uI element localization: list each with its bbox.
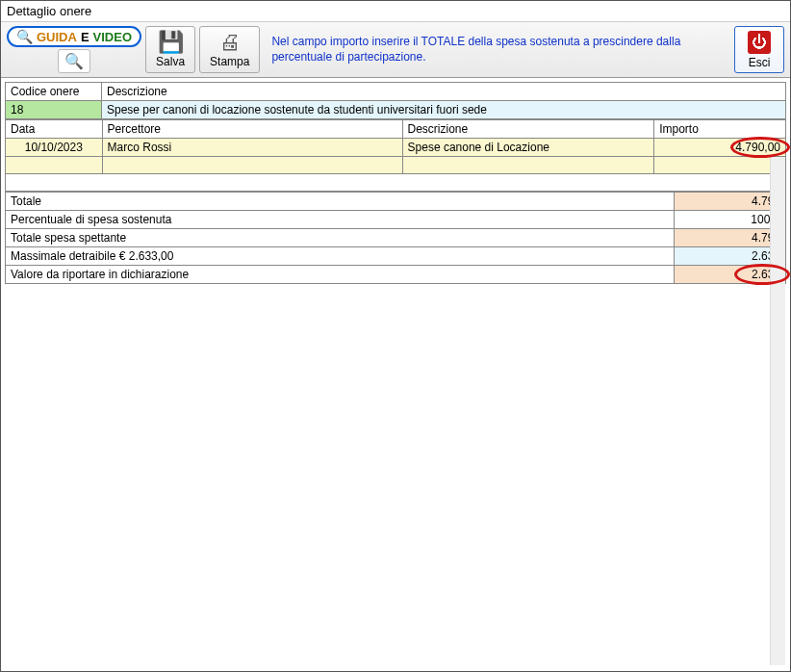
massimale-label: Massimale detraibile € 2.633,00 <box>6 247 675 266</box>
cell-data[interactable]: 10/10/2023 <box>6 139 103 157</box>
cell-percettore[interactable]: Marco Rossi <box>102 139 402 157</box>
video-word: VIDEO <box>93 30 132 44</box>
descrizione-value: Spese per canoni di locazione sostenute … <box>102 101 786 119</box>
zoom-button[interactable]: 🔍 <box>58 49 90 73</box>
col-descrizione2: Descrizione <box>402 120 654 139</box>
codice-onere-value: 18 <box>6 101 102 119</box>
window-title: Dettaglio onere <box>1 1 790 22</box>
vertical-scrollbar[interactable] <box>770 157 785 665</box>
print-icon: 🖨 <box>219 32 241 53</box>
percentuale-label: Percentuale di spesa sostenuta <box>6 211 675 229</box>
onere-detail-table: Data Percettore Descrizione Importo 10/1… <box>5 119 786 192</box>
esci-label: Esci <box>749 56 771 69</box>
col-importo: Importo <box>654 120 786 139</box>
totale-spettante-label: Totale spesa spettante <box>6 229 675 247</box>
guida-word: GUIDA <box>37 30 77 44</box>
summary-table: Totale 4.790 Percentuale di spesa sosten… <box>5 192 786 284</box>
stampa-label: Stampa <box>210 55 249 68</box>
col-percettore: Percettore <box>102 120 402 139</box>
table-row-empty[interactable] <box>6 157 786 174</box>
cell-descrizione[interactable]: Spese canone di Locazione <box>402 139 654 157</box>
totale-label: Totale <box>6 193 675 211</box>
dettaglio-onere-window: Dettaglio onere 🔍 GUIDA E VIDEO 🔍 💾 Salv… <box>0 0 791 672</box>
power-icon: ⏻ <box>748 31 771 54</box>
col-data: Data <box>6 120 103 139</box>
search-icon: 🔍 <box>16 29 33 44</box>
save-icon: 💾 <box>158 32 184 53</box>
riportare-label: Valore da riportare in dichiarazione <box>6 266 675 284</box>
esci-button[interactable]: ⏻ Esci <box>734 26 784 73</box>
salva-button[interactable]: 💾 Salva <box>145 26 195 73</box>
toolbar: 🔍 GUIDA E VIDEO 🔍 💾 Salva 🖨 Stampa Nel c… <box>1 22 790 78</box>
col-codice-onere: Codice onere <box>6 83 102 101</box>
table-row[interactable]: 10/10/2023 Marco Rossi Spese canone di L… <box>6 139 786 157</box>
salva-label: Salva <box>156 55 185 68</box>
e-word: E <box>81 30 89 44</box>
guida-e-video-button[interactable]: 🔍 GUIDA E VIDEO <box>7 26 141 47</box>
stampa-button[interactable]: 🖨 Stampa <box>199 26 260 73</box>
onere-header-table: Codice onere Descrizione 18 Spese per ca… <box>5 82 786 119</box>
toolbar-help-text: Nel campo importo inserire il TOTALE del… <box>264 26 730 73</box>
content-area: Codice onere Descrizione 18 Spese per ca… <box>1 78 790 671</box>
col-descrizione: Descrizione <box>102 83 786 101</box>
cell-importo[interactable]: 4.790,00 <box>654 139 786 157</box>
